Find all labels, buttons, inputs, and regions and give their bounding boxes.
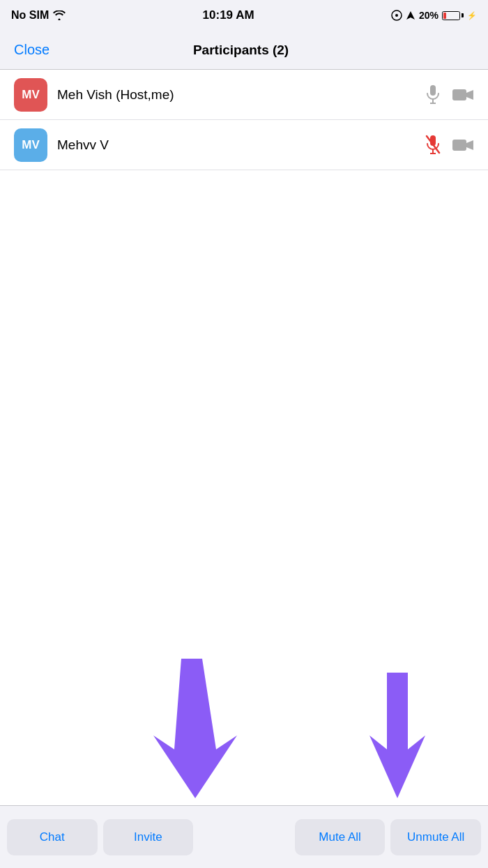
- avatar: MV: [14, 78, 47, 112]
- mic-muted-icon: [425, 135, 441, 156]
- battery-percent: 20%: [419, 10, 439, 21]
- status-bar: No SIM 10:19 AM 20% ⚡: [0, 0, 488, 31]
- mic-icon: [425, 84, 441, 105]
- participant-name: Mehvv V: [57, 137, 425, 153]
- wifi-icon: [53, 10, 66, 20]
- participant-name: Meh Vish (Host,me): [57, 87, 425, 103]
- page-title: Participants (2): [193, 43, 289, 58]
- media-icons: [425, 84, 474, 105]
- right-arrow: [363, 673, 432, 798]
- left-arrow: [139, 659, 251, 798]
- nav-bar: Close Participants (2): [0, 31, 488, 70]
- participant-row: MV Meh Vish (Host,me): [0, 70, 488, 120]
- svg-rect-5: [452, 89, 466, 100]
- svg-point-1: [395, 14, 398, 17]
- invite-button[interactable]: Invite: [103, 819, 194, 855]
- svg-rect-10: [452, 140, 466, 151]
- svg-marker-13: [369, 673, 425, 798]
- media-icons: [425, 135, 474, 156]
- close-button[interactable]: Close: [14, 42, 49, 58]
- location-icon: [391, 10, 402, 21]
- navigation-icon: [406, 10, 415, 20]
- svg-rect-2: [430, 85, 436, 96]
- bottom-toolbar: Chat Invite Mute All Unmute All: [0, 805, 488, 868]
- participant-list: MV Meh Vish (Host,me): [0, 70, 488, 469]
- participant-row: MV Mehvv V: [0, 120, 488, 170]
- charging-icon: ⚡: [467, 11, 477, 20]
- camera-icon: [452, 87, 474, 103]
- page: No SIM 10:19 AM 20% ⚡: [0, 0, 488, 868]
- status-carrier: No SIM: [11, 9, 66, 22]
- svg-marker-12: [153, 659, 237, 798]
- chat-button[interactable]: Chat: [7, 819, 98, 855]
- status-right: 20% ⚡: [391, 10, 477, 21]
- unmute-all-button[interactable]: Unmute All: [390, 819, 481, 855]
- battery-icon: [442, 11, 464, 20]
- camera-icon: [452, 137, 474, 153]
- avatar: MV: [14, 128, 47, 162]
- status-time: 10:19 AM: [203, 8, 254, 22]
- mute-all-button[interactable]: Mute All: [295, 819, 386, 855]
